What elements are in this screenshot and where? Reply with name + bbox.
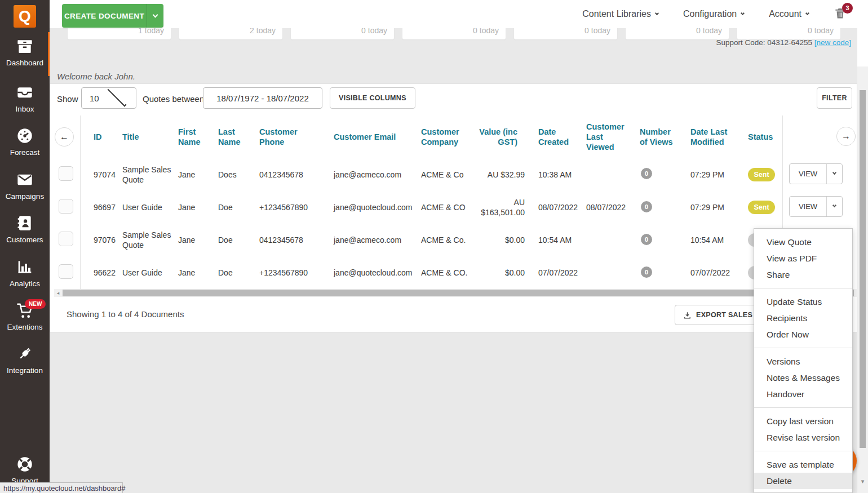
- menu-item-view-quote[interactable]: View Quote: [754, 234, 852, 250]
- sidebar-item-dashboard[interactable]: Dashboard: [0, 37, 50, 67]
- view-button-dropdown[interactable]: [826, 164, 842, 184]
- nav-content-libraries[interactable]: Content Libraries: [582, 9, 658, 19]
- documents-table: ID Title First Name Last Name Customer P…: [80, 116, 779, 289]
- column-header-customer-company[interactable]: Customer Company: [414, 116, 470, 158]
- chevron-down-icon: [805, 11, 809, 15]
- envelope-icon: [16, 171, 34, 189]
- sidebar-item-forecast[interactable]: Forecast: [0, 127, 50, 157]
- cell-first-name: Jane: [174, 158, 214, 191]
- status-badge: Sent: [748, 201, 775, 214]
- row-checkbox[interactable]: [59, 264, 73, 279]
- filter-button[interactable]: FILTER: [817, 87, 852, 109]
- date-range-input[interactable]: [203, 87, 322, 109]
- vertical-scrollbar-thumb[interactable]: [860, 90, 866, 448]
- cell-customer-phone: 0412345678: [255, 224, 331, 256]
- row-checkbox[interactable]: [59, 166, 73, 181]
- new-code-link[interactable]: [new code]: [814, 38, 851, 47]
- view-button[interactable]: VIEW: [789, 163, 843, 184]
- sidebar-item-inbox[interactable]: Inbox: [0, 83, 50, 113]
- quotecloud-dashboard: Q Dashboard Inbox Forecast Campaigns Cus…: [0, 0, 868, 493]
- vertical-scrollbar[interactable]: ▾: [857, 0, 868, 493]
- trash-button[interactable]: 3: [834, 7, 847, 22]
- column-header-value[interactable]: Value (inc GST): [470, 116, 528, 158]
- quotecloud-logo[interactable]: Q: [14, 5, 36, 28]
- sidebar-item-label: Analytics: [0, 279, 50, 288]
- create-document-dropdown[interactable]: [147, 4, 163, 28]
- filter-label: FILTER: [822, 94, 847, 102]
- menu-item-handover[interactable]: Handover: [754, 386, 852, 402]
- column-header-first-name[interactable]: First Name: [174, 116, 214, 158]
- menu-item-recipients[interactable]: Recipients: [754, 310, 852, 326]
- column-header-date-created[interactable]: Date Created: [528, 116, 586, 158]
- scroll-columns-left-button[interactable]: ←: [55, 127, 74, 146]
- new-badge: NEW: [25, 299, 46, 309]
- cell-customer-last-viewed: [586, 224, 640, 256]
- menu-item-share[interactable]: Share: [754, 267, 852, 283]
- cell-first-name: Jane: [174, 256, 214, 289]
- scrollbar-down-arrow-icon[interactable]: ▾: [857, 478, 868, 485]
- status-badge: Sent: [748, 168, 775, 181]
- menu-item-view-as-pdf[interactable]: View as PDF: [754, 250, 852, 267]
- menu-item-update-status[interactable]: Update Status: [754, 294, 852, 310]
- column-header-date-last-modified[interactable]: Date Last Modified: [690, 116, 748, 158]
- row-checkbox[interactable]: [59, 199, 73, 214]
- page-size-select[interactable]: 10: [81, 87, 136, 109]
- view-button[interactable]: VIEW: [789, 196, 843, 217]
- row-checkbox[interactable]: [59, 232, 73, 246]
- scroll-columns-right-button[interactable]: →: [836, 127, 856, 146]
- create-document-button[interactable]: CREATE DOCUMENT: [62, 4, 163, 28]
- menu-item-save-as-template[interactable]: Save as template: [754, 456, 852, 473]
- menu-item-delete[interactable]: Delete: [754, 473, 852, 489]
- column-header-customer-email[interactable]: Customer Email: [331, 116, 414, 158]
- gauge-icon: [16, 127, 34, 145]
- column-header-title[interactable]: Title: [118, 116, 174, 158]
- cell-customer-company: ACME & Co: [414, 158, 470, 191]
- visible-columns-button[interactable]: VISIBLE COLUMNS: [330, 87, 415, 109]
- views-count-badge: 0: [641, 168, 652, 179]
- horizontal-scrollbar-thumb[interactable]: [63, 290, 854, 296]
- cell-date-created: 08/07/2022: [528, 191, 586, 224]
- menu-separator: [754, 288, 852, 288]
- menu-separator: [754, 407, 852, 408]
- column-header-last-name[interactable]: Last Name: [214, 116, 255, 158]
- menu-item-versions[interactable]: Versions: [754, 353, 852, 370]
- sidebar-item-label: Extentions: [0, 323, 50, 331]
- cell-customer-company: ACME & Co.: [414, 224, 470, 256]
- sidebar-item-integration[interactable]: Integration: [0, 345, 50, 375]
- cell-customer-phone: 0412345678: [255, 158, 331, 191]
- sidebar-item-customers[interactable]: Customers: [0, 214, 50, 244]
- view-button-dropdown[interactable]: [826, 197, 842, 216]
- menu-item-notes-messages[interactable]: Notes & Messages: [754, 370, 852, 386]
- column-header-status[interactable]: Status: [748, 116, 779, 158]
- column-header-customer-phone[interactable]: Customer Phone: [255, 116, 331, 158]
- views-count-badge: 0: [641, 267, 652, 278]
- horizontal-scrollbar[interactable]: ◂: [54, 289, 857, 297]
- menu-item-order-now[interactable]: Order Now: [754, 326, 852, 343]
- cell-id: 97074: [80, 158, 118, 191]
- sidebar-item-support[interactable]: Support: [0, 455, 50, 485]
- nav-account[interactable]: Account: [769, 9, 809, 19]
- cell-customer-email: jane@acmeco.com: [331, 224, 414, 256]
- column-header-number-of-views[interactable]: Number of Views: [640, 116, 690, 158]
- nav-configuration[interactable]: Configuration: [683, 9, 744, 19]
- visible-columns-label: VISIBLE COLUMNS: [339, 94, 406, 102]
- sidebar-item-analytics[interactable]: Analytics: [0, 258, 50, 288]
- column-header-customer-last-viewed[interactable]: Customer Last Viewed: [586, 116, 640, 158]
- cell-title: User Guide: [118, 191, 174, 224]
- cell-customer-phone: +1234567890: [255, 191, 331, 224]
- cell-title: User Guide: [118, 256, 174, 289]
- top-nav: Content Libraries Configuration Account …: [582, 0, 847, 28]
- cell-date-last-modified: 07:29 PM: [690, 191, 748, 224]
- cell-status: Sent: [748, 191, 779, 224]
- menu-item-copy-last-version[interactable]: Copy last version: [754, 413, 852, 429]
- cell-status: Sent: [748, 158, 779, 191]
- menu-item-revise-last-version[interactable]: Revise last version: [754, 429, 852, 446]
- sidebar-item-label: Forecast: [0, 148, 50, 157]
- column-header-id[interactable]: ID: [80, 116, 118, 158]
- active-item-indicator: [48, 32, 50, 76]
- bar-chart-icon: [16, 258, 34, 276]
- scrollbar-left-arrow-icon[interactable]: ◂: [54, 289, 62, 297]
- cell-date-created: 10:38 AM: [528, 158, 586, 191]
- sidebar-item-campaigns[interactable]: Campaigns: [0, 171, 50, 201]
- cell-customer-phone: +1234567890: [255, 256, 331, 289]
